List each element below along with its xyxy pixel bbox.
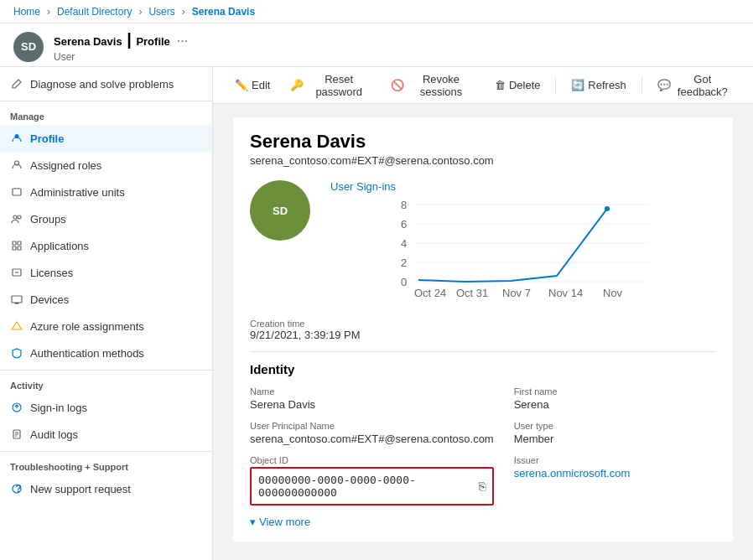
svg-rect-7 bbox=[13, 246, 16, 250]
identity-first-name-label: First name bbox=[514, 386, 716, 397]
svg-marker-11 bbox=[12, 322, 22, 329]
delete-icon: 🗑 bbox=[495, 79, 506, 91]
sidebar-item-admin-units[interactable]: Administrative units bbox=[0, 179, 212, 205]
identity-name-value: Serena Davis bbox=[250, 398, 494, 411]
svg-text:6: 6 bbox=[401, 218, 407, 231]
user-section-top: SD User Sign-ins 8 6 4 2 0 bbox=[250, 180, 716, 305]
profile-icon bbox=[10, 132, 23, 145]
svg-point-3 bbox=[13, 215, 17, 219]
shield-icon bbox=[10, 346, 23, 360]
refresh-button[interactable]: 🔄 Refresh bbox=[563, 74, 635, 96]
sidebar-item-applications[interactable]: Applications bbox=[0, 232, 212, 259]
sidebar-item-profile[interactable]: Profile bbox=[0, 125, 212, 152]
breadcrumb: Home › Default Directory › Users › Seren… bbox=[0, 0, 753, 23]
more-options[interactable]: ··· bbox=[177, 34, 188, 49]
feedback-button[interactable]: 💬 Got feedback? bbox=[649, 68, 740, 103]
edit-button[interactable]: ✏️ Edit bbox=[226, 74, 278, 96]
sidebar-item-devices[interactable]: Devices bbox=[0, 286, 212, 313]
identity-upn-value: serena_contoso.com#EXT#@serena.contoso.c… bbox=[250, 433, 494, 445]
admin-icon bbox=[10, 185, 23, 199]
groups-icon bbox=[10, 212, 23, 226]
copy-icon[interactable]: ⎘ bbox=[479, 480, 486, 493]
sidebar-item-assigned-roles[interactable]: Assigned roles bbox=[0, 152, 212, 179]
feedback-icon: 💬 bbox=[657, 79, 671, 91]
breadcrumb-home[interactable]: Home bbox=[13, 6, 40, 18]
sidebar-item-diagnose[interactable]: Diagnose and solve problems bbox=[0, 70, 212, 97]
identity-first-name-value: Serena bbox=[514, 398, 716, 411]
chart-title: User Sign-ins bbox=[330, 180, 716, 193]
page-header: SD Serena Davis | Profile ··· User bbox=[0, 23, 753, 67]
sidebar-item-new-support[interactable]: ? New support request bbox=[0, 475, 212, 502]
svg-text:0: 0 bbox=[401, 276, 407, 288]
chart-container: 8 6 4 2 0 bbox=[330, 196, 716, 305]
chevron-down-icon: ▾ bbox=[250, 516, 256, 528]
avatar-small: SD bbox=[13, 32, 44, 62]
licenses-icon bbox=[10, 266, 23, 279]
svg-text:4: 4 bbox=[401, 237, 407, 250]
object-id-value: 00000000-0000-0000-0000-000000000000 bbox=[258, 474, 472, 499]
breadcrumb-users[interactable]: Users bbox=[148, 6, 174, 18]
sidebar-section-troubleshooting: Troubleshooting + Support bbox=[0, 455, 212, 475]
svg-text:Nov 7: Nov 7 bbox=[502, 287, 531, 299]
identity-user-type-label: User type bbox=[514, 421, 716, 431]
sidebar-section-manage: Manage bbox=[0, 105, 212, 125]
creation-label: Creation time bbox=[250, 319, 716, 329]
svg-rect-2 bbox=[13, 189, 21, 195]
roles-icon bbox=[10, 158, 23, 172]
svg-text:Nov 14: Nov 14 bbox=[548, 287, 583, 299]
revoke-icon: 🚫 bbox=[391, 79, 404, 91]
svg-text:Oct 24: Oct 24 bbox=[414, 287, 446, 299]
identity-issuer-value[interactable]: serena.onmicrosoft.com bbox=[514, 467, 716, 480]
creation-meta: Creation time 9/21/2021, 3:39:19 PM bbox=[250, 319, 716, 341]
user-email: serena_contoso.com#EXT#@serena.contoso.c… bbox=[250, 154, 716, 167]
identity-upn-label: User Principal Name bbox=[250, 421, 494, 431]
chart-area: User Sign-ins 8 6 4 2 0 bbox=[330, 180, 716, 305]
svg-text:?: ? bbox=[15, 483, 22, 495]
edit-icon: ✏️ bbox=[235, 79, 248, 91]
toolbar-separator-2 bbox=[641, 77, 642, 94]
svg-rect-6 bbox=[18, 241, 21, 245]
sidebar-item-groups[interactable]: Groups bbox=[0, 205, 212, 232]
wrench-icon bbox=[10, 77, 23, 91]
section-divider bbox=[250, 351, 716, 352]
identity-issuer-label: Issuer bbox=[514, 455, 716, 465]
revoke-sessions-button[interactable]: 🚫 Revoke sessions bbox=[382, 68, 483, 103]
user-avatar: SD bbox=[250, 180, 310, 241]
breadcrumb-directory[interactable]: Default Directory bbox=[57, 6, 132, 18]
identity-user-type-value: Member bbox=[514, 433, 716, 445]
svg-text:8: 8 bbox=[401, 199, 407, 211]
sidebar-item-licenses[interactable]: Licenses bbox=[0, 259, 212, 286]
svg-rect-8 bbox=[18, 246, 21, 250]
support-icon: ? bbox=[10, 482, 23, 495]
identity-name-label: Name bbox=[250, 386, 494, 397]
svg-text:Nov: Nov bbox=[603, 287, 623, 299]
sidebar-item-sign-in-logs[interactable]: Sign-in logs bbox=[0, 394, 212, 421]
page-title: Serena Davis | Profile bbox=[54, 30, 170, 49]
creation-value: 9/21/2021, 3:39:19 PM bbox=[250, 329, 716, 341]
delete-button[interactable]: 🗑 Delete bbox=[486, 74, 549, 96]
breadcrumb-current: Serena Davis bbox=[192, 6, 255, 18]
sidebar-item-azure-roles[interactable]: Azure role assignments bbox=[0, 313, 212, 340]
apps-icon bbox=[10, 239, 23, 252]
content-area: Serena Davis serena_contoso.com#EXT#@ser… bbox=[213, 104, 753, 560]
svg-point-4 bbox=[18, 215, 21, 219]
devices-icon bbox=[10, 293, 23, 306]
azure-icon bbox=[10, 319, 23, 333]
refresh-icon: 🔄 bbox=[571, 79, 584, 91]
key-icon: 🔑 bbox=[290, 79, 304, 91]
identity-upn: User Principal Name serena_contoso.com#E… bbox=[250, 421, 494, 445]
reset-password-button[interactable]: 🔑 Reset password bbox=[282, 68, 379, 103]
signin-icon bbox=[10, 401, 23, 414]
user-name: Serena Davis bbox=[250, 131, 716, 153]
identity-grid: Name Serena Davis First name Serena User… bbox=[250, 386, 716, 506]
toolbar-separator bbox=[555, 77, 556, 94]
toolbar: ✏️ Edit 🔑 Reset password 🚫 Revoke sessio… bbox=[213, 67, 753, 104]
audit-icon bbox=[10, 428, 23, 441]
sidebar-section-activity: Activity bbox=[0, 374, 212, 394]
view-more-button[interactable]: ▾ View more bbox=[250, 516, 716, 528]
identity-title: Identity bbox=[250, 362, 716, 376]
svg-text:2: 2 bbox=[401, 257, 407, 269]
sidebar-item-audit-logs[interactable]: Audit logs bbox=[0, 421, 212, 448]
sidebar-item-auth-methods[interactable]: Authentication methods bbox=[0, 340, 212, 366]
svg-rect-5 bbox=[13, 241, 16, 245]
